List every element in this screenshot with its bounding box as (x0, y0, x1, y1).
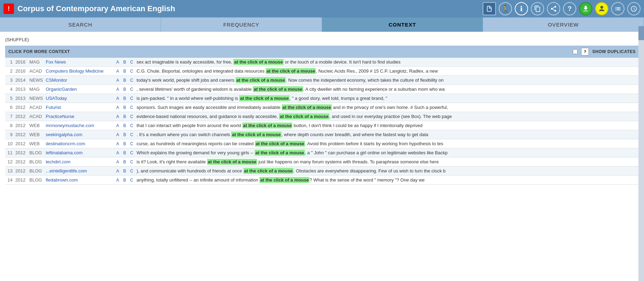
row-a[interactable]: A (114, 76, 121, 85)
row-num: 10 (5, 139, 14, 148)
tab-search[interactable]: SEARCH (0, 17, 161, 32)
row-type: ACAD (28, 112, 44, 121)
help-box[interactable]: ? (581, 48, 589, 56)
row-a[interactable]: A (114, 67, 121, 76)
scrollbar-thumb[interactable] (638, 26, 644, 40)
row-c[interactable]: C (128, 85, 135, 94)
row-source[interactable]: Fox News (44, 58, 114, 67)
row-a[interactable]: A (114, 121, 121, 130)
row-b[interactable]: B (121, 103, 128, 112)
row-a[interactable]: A (114, 58, 121, 67)
list-icon[interactable] (611, 2, 624, 15)
text-before: ), and communicate with hundreds of frie… (137, 168, 243, 173)
row-b[interactable]: B (121, 130, 128, 139)
row-b[interactable]: B (121, 67, 128, 76)
row-b[interactable]: B (121, 148, 128, 157)
scrollbar[interactable] (638, 26, 644, 188)
row-source[interactable]: leftinalabama.com (44, 148, 114, 157)
row-a[interactable]: A (114, 130, 121, 139)
row-source[interactable]: OrganicGarden (44, 85, 114, 94)
row-a[interactable]: A (114, 167, 121, 176)
row-b[interactable]: B (121, 167, 128, 176)
row-b[interactable]: B (121, 58, 128, 67)
click-more-context-label[interactable]: CLICK FOR MORE CONTEXT (8, 49, 70, 54)
shuffle-label[interactable]: (SHUFFLE) (5, 35, 639, 44)
row-a[interactable]: A (114, 139, 121, 148)
table-row: 4 2013 MAG OrganicGarden A B C , several… (5, 85, 639, 94)
row-source[interactable]: seekingalpha.com (44, 130, 114, 139)
row-a[interactable]: A (114, 157, 121, 167)
row-year: 2013 (14, 85, 28, 94)
row-b[interactable]: B (121, 112, 128, 121)
row-c[interactable]: C (128, 176, 135, 185)
row-b[interactable]: B (121, 94, 128, 103)
row-a[interactable]: A (114, 176, 121, 185)
row-text: is it? Look, it's right there available … (135, 157, 639, 167)
text-before: that I can interact with people from aro… (137, 123, 242, 128)
text-after: . Avoid this problem before it starts by… (305, 141, 443, 146)
tab-frequency[interactable]: FREQUENCY (161, 17, 322, 32)
row-a[interactable]: A (114, 148, 121, 157)
row-year: 2016 (14, 67, 28, 76)
row-num: 1 (5, 58, 14, 67)
share-icon[interactable] (547, 2, 560, 15)
row-c[interactable]: C (128, 167, 135, 176)
clock-icon[interactable] (627, 2, 641, 15)
highlighted-phrase: at the click of a mouse (259, 177, 309, 183)
duplicates-checkbox[interactable] (573, 49, 578, 54)
row-year: 2012 (14, 139, 28, 148)
row-c[interactable]: C (128, 67, 135, 76)
row-b[interactable]: B (121, 76, 128, 85)
row-c[interactable]: C (128, 76, 135, 85)
row-c[interactable]: C (128, 112, 135, 121)
text-before: is it? Look, it's right there available (137, 159, 207, 164)
row-source[interactable]: destinationcrm.com (44, 139, 114, 148)
highlighted-phrase: at the click of a mouse (279, 113, 329, 119)
tab-context[interactable]: CONTEXT (322, 17, 483, 32)
row-source[interactable]: Computers Biology Medicine (44, 67, 114, 76)
row-a[interactable]: A (114, 103, 121, 112)
row-b[interactable]: B (121, 157, 128, 167)
row-source[interactable]: ...eintelligentlife.com (44, 167, 114, 176)
highlighted-phrase: at the click of a mouse (266, 68, 316, 74)
row-c[interactable]: C (128, 157, 135, 167)
help-icon[interactable]: ? (563, 2, 576, 15)
text-after: , " a good story, well told, trumps a gr… (290, 96, 387, 101)
text-before: C.G. Chute, Bioportal, ontologies and in… (137, 68, 266, 74)
row-c[interactable]: C (128, 94, 135, 103)
download-icon[interactable] (579, 2, 592, 15)
copy-icon[interactable] (531, 2, 544, 15)
highlighted-phrase: at the click of a mouse (255, 141, 305, 147)
row-year: 2012 (14, 148, 28, 157)
info-icon[interactable]: ℹ (515, 2, 528, 15)
row-c[interactable]: C (128, 148, 135, 157)
row-source[interactable]: PracticeNurse (44, 112, 114, 121)
row-a[interactable]: A (114, 112, 121, 121)
highlighted-phrase: at the click of a mouse (243, 168, 293, 174)
text-after: , and used in our everyday practice (see… (329, 114, 452, 119)
row-c[interactable]: C (128, 58, 135, 67)
row-text: ), and communicate with hundreds of frie… (135, 167, 639, 176)
row-b[interactable]: B (121, 85, 128, 94)
pdf-icon[interactable] (483, 2, 496, 15)
row-source[interactable]: USAToday (44, 94, 114, 103)
row-c[interactable]: C (128, 130, 135, 139)
row-b[interactable]: B (121, 121, 128, 130)
row-source[interactable]: mrmoneymustache.com (44, 121, 114, 130)
row-source[interactable]: Futurist (44, 103, 114, 112)
row-c[interactable]: C (128, 139, 135, 148)
row-a[interactable]: A (114, 85, 121, 94)
row-b[interactable]: B (121, 176, 128, 185)
row-source[interactable]: CSMonitor (44, 76, 114, 85)
row-b[interactable]: B (121, 139, 128, 148)
row-c[interactable]: C (128, 121, 135, 130)
user-icon[interactable] (595, 2, 608, 15)
table-row: 12 2012 BLOG techdirt.com A B C is it? L… (5, 157, 639, 167)
tab-overview[interactable]: OVERVIEW (483, 17, 644, 32)
row-source[interactable]: techdirt.com (44, 157, 114, 167)
figure-icon[interactable]: 🚶 (499, 2, 512, 15)
row-source[interactable]: fledabrown.com (44, 176, 114, 185)
row-c[interactable]: C (128, 103, 135, 112)
text-before: sex act imaginable is easily accessible,… (137, 59, 233, 65)
row-a[interactable]: A (114, 94, 121, 103)
